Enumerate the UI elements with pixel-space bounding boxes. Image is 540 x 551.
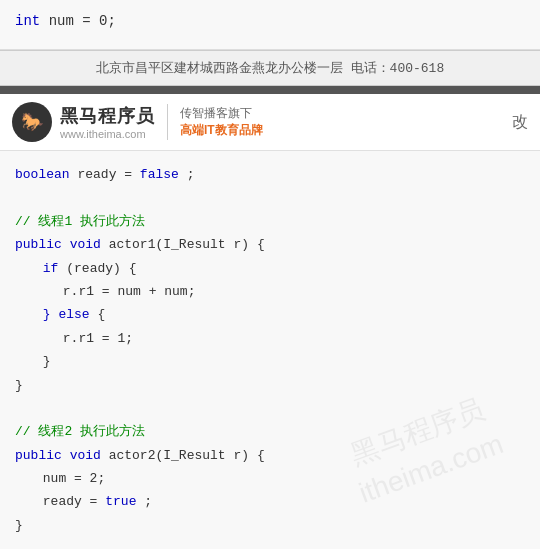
code-r1-sum: r.r1 = num + num;	[15, 280, 525, 303]
brand-divider	[167, 104, 168, 140]
code-comment1: // 线程1 执行此方法	[15, 210, 525, 233]
code-comment2: // 线程2 执行此方法	[15, 420, 525, 443]
brand-slogan: 传智播客旗下 高端IT教育品牌	[180, 105, 263, 139]
brand-name: 黑马程序员	[60, 104, 155, 128]
ad-text: 北京市昌平区建材城西路金燕龙办公楼一层 电话：400-618	[96, 61, 444, 76]
keyword-public1: public	[15, 237, 62, 252]
brand-bar: 🐎 黑马程序员 www.itheima.com 传智播客旗下 高端IT教育品牌 …	[0, 94, 540, 151]
keyword-else: } else	[43, 307, 90, 322]
code-boolean-line: boolean ready = false ;	[15, 163, 525, 186]
top-code-line1: int num = 0;	[15, 10, 525, 32]
brand-url: www.itheima.com	[60, 128, 155, 140]
code-blank2	[15, 397, 525, 420]
code-else: } else {	[15, 303, 525, 326]
comment-line1: // 线程1 执行此方法	[15, 214, 145, 229]
main-code-block: 黑马程序员 itheima.com boolean ready = false …	[0, 151, 540, 549]
keyword-void2: void	[70, 448, 101, 463]
keyword-void1: void	[70, 237, 101, 252]
keyword-false: false	[140, 167, 179, 182]
keyword-boolean: boolean	[15, 167, 70, 182]
code-r1-one: r.r1 = 1;	[15, 327, 525, 350]
code-close-if: }	[15, 350, 525, 373]
dark-divider	[0, 86, 540, 94]
code-actor1-sig: public void actor1(I_Result r) {	[15, 233, 525, 256]
keyword-if: if	[43, 261, 59, 276]
top-code-block: int num = 0;	[0, 0, 540, 50]
code-text: num = 0;	[49, 13, 116, 29]
comment-line2: // 线程2 执行此方法	[15, 424, 145, 439]
brand-action-text[interactable]: 改	[512, 112, 528, 133]
code-actor2-sig: public void actor2(I_Result r) {	[15, 444, 525, 467]
brand-logo: 🐎	[12, 102, 52, 142]
code-close-actor1: }	[15, 374, 525, 397]
keyword-int: int	[15, 13, 40, 29]
code-num-assign: num = 2;	[15, 467, 525, 490]
code-if: if (ready) {	[15, 257, 525, 280]
code-ready-assign: ready = true ;	[15, 490, 525, 513]
brand-slogan-line2: 高端IT教育品牌	[180, 122, 263, 139]
code-blank1	[15, 186, 525, 209]
brand-slogan-line1: 传智播客旗下	[180, 105, 263, 122]
brand-text-block: 黑马程序员 www.itheima.com	[60, 104, 155, 140]
ad-banner: 北京市昌平区建材城西路金燕龙办公楼一层 电话：400-618	[0, 50, 540, 86]
brand-logo-icon: 🐎	[21, 111, 43, 133]
code-close-actor2: }	[15, 514, 525, 537]
keyword-true: true	[105, 494, 136, 509]
keyword-public2: public	[15, 448, 62, 463]
